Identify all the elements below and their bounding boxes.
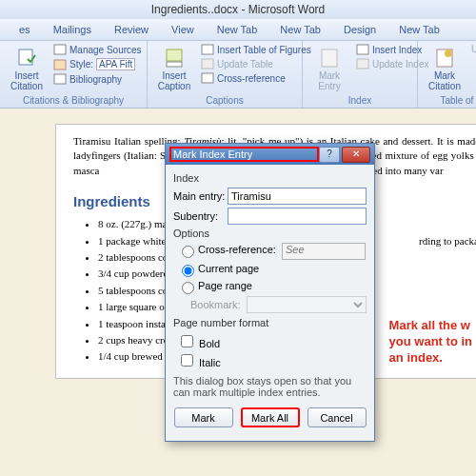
dialog-help-button[interactable]: ? bbox=[319, 147, 340, 163]
ribbon: Insert Citation Manage Sources Style: AP… bbox=[0, 41, 476, 109]
svg-rect-2 bbox=[54, 60, 66, 69]
current-page-radio[interactable] bbox=[182, 265, 194, 277]
dialog-titlebar[interactable]: Mark Index Entry ? ✕ bbox=[166, 144, 374, 165]
dialog-hint: This dialog box stays open so that you c… bbox=[173, 375, 367, 398]
annotation-callout: Mark all the wyou want to inan index. bbox=[389, 318, 472, 367]
group-label-captions: Captions bbox=[153, 95, 296, 106]
main-entry-label: Main entry: bbox=[173, 190, 228, 202]
insert-caption-button[interactable]: Insert Caption bbox=[153, 43, 195, 95]
svg-rect-11 bbox=[357, 59, 368, 69]
manage-sources-button[interactable]: Manage Sources bbox=[51, 43, 144, 56]
insert-table-of-figures-button[interactable]: Insert Table of Figures bbox=[199, 43, 313, 56]
bibliography-button[interactable]: Bibliography bbox=[51, 72, 144, 86]
tab-newtab-2[interactable]: New Tab bbox=[268, 19, 332, 40]
svg-rect-4 bbox=[167, 50, 182, 61]
mark-entry-icon bbox=[320, 48, 339, 69]
update-toa-button[interactable]: Updat bbox=[469, 43, 476, 55]
svg-rect-7 bbox=[202, 59, 213, 69]
bibliography-icon bbox=[53, 73, 67, 85]
group-label-index: Index bbox=[308, 95, 411, 106]
cross-reference-button[interactable]: Cross-reference bbox=[199, 71, 313, 85]
svg-rect-5 bbox=[167, 62, 182, 67]
bold-checkbox[interactable] bbox=[181, 335, 193, 347]
tab-design[interactable]: Design bbox=[332, 19, 387, 40]
window-titlebar: Ingredients..docx - Microsoft Word bbox=[0, 0, 476, 19]
mark-all-button[interactable]: Mark All bbox=[241, 407, 300, 427]
insert-citation-button[interactable]: Insert Citation bbox=[6, 43, 48, 95]
book-check-icon bbox=[17, 48, 36, 69]
svg-rect-10 bbox=[357, 45, 368, 54]
section-options: Options bbox=[173, 228, 367, 239]
sources-icon bbox=[53, 44, 67, 55]
tab-mailings[interactable]: Mailings bbox=[42, 19, 103, 40]
update-icon bbox=[201, 58, 214, 69]
section-index: Index bbox=[173, 172, 367, 184]
svg-rect-3 bbox=[54, 74, 66, 84]
caption-icon bbox=[165, 48, 184, 69]
dialog-close-button[interactable]: ✕ bbox=[342, 147, 370, 163]
mark-entry-button[interactable]: Mark Entry bbox=[308, 43, 350, 95]
subentry-input[interactable] bbox=[228, 208, 367, 225]
group-label-toa: Table of A bbox=[424, 95, 476, 106]
update-table-button[interactable]: Update Table bbox=[199, 57, 313, 70]
citation-style-select[interactable]: Style: APA Fift bbox=[51, 57, 144, 71]
crossref-icon bbox=[201, 72, 214, 84]
mark-citation-icon bbox=[435, 48, 454, 69]
tof-icon bbox=[201, 44, 214, 55]
mark-button[interactable]: Mark bbox=[174, 407, 233, 427]
section-page-number-format: Page number format bbox=[173, 317, 367, 328]
svg-rect-1 bbox=[54, 45, 66, 54]
bookmark-label: Bookmark: bbox=[190, 299, 241, 310]
subentry-label: Subentry: bbox=[173, 210, 228, 222]
dialog-title: Mark Index Entry bbox=[169, 147, 319, 162]
ribbon-tabs: es Mailings Review View New Tab New Tab … bbox=[0, 19, 476, 41]
svg-point-13 bbox=[445, 50, 452, 57]
italic-checkbox[interactable] bbox=[181, 354, 193, 367]
tab-newtab-1[interactable]: New Tab bbox=[206, 19, 269, 40]
tab-newtab-3[interactable]: New Tab bbox=[387, 19, 451, 40]
see-field: See bbox=[282, 243, 366, 260]
svg-rect-9 bbox=[322, 50, 337, 67]
svg-rect-8 bbox=[202, 73, 213, 83]
insert-index-icon bbox=[356, 44, 369, 55]
main-entry-input[interactable] bbox=[228, 188, 367, 205]
tab-review[interactable]: Review bbox=[103, 19, 160, 40]
cross-reference-radio[interactable] bbox=[182, 246, 194, 258]
tab-references-partial[interactable]: es bbox=[8, 19, 42, 40]
page-range-radio[interactable] bbox=[182, 282, 194, 294]
mark-citation-button[interactable]: Mark Citation bbox=[424, 43, 466, 95]
style-icon bbox=[53, 59, 67, 70]
update-index-icon bbox=[356, 58, 369, 69]
bookmark-select bbox=[247, 296, 367, 313]
cancel-button[interactable]: Cancel bbox=[307, 407, 367, 427]
svg-rect-6 bbox=[202, 45, 213, 54]
group-label-citations: Citations & Bibliography bbox=[6, 95, 141, 106]
mark-index-entry-dialog: Mark Index Entry ? ✕ Index Main entry: S… bbox=[165, 143, 375, 442]
tab-view[interactable]: View bbox=[160, 19, 206, 40]
